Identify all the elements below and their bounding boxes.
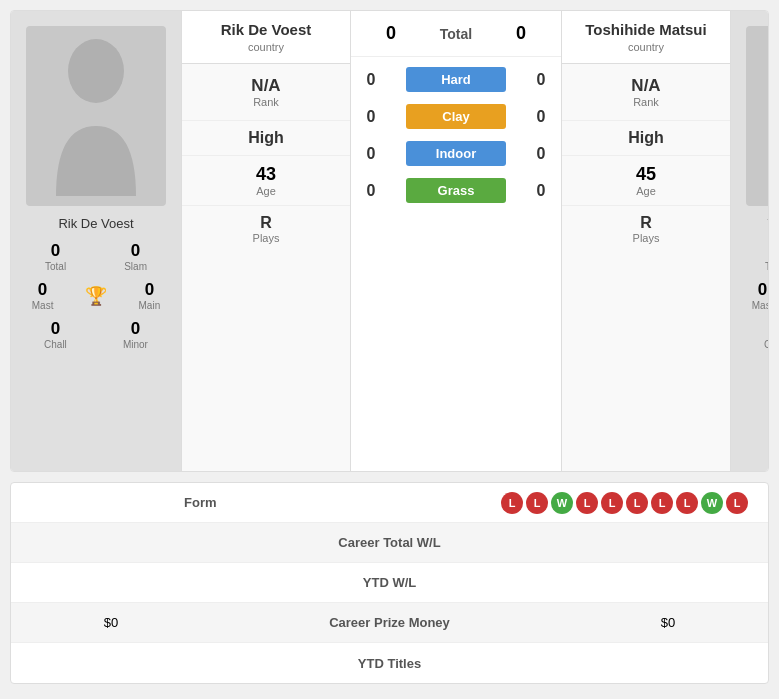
surface-row-clay: 0 Clay 0: [351, 104, 561, 129]
right-prize: $0: [568, 615, 768, 630]
left-plays-value: R: [192, 214, 340, 232]
right-chall-label: Chall: [764, 339, 769, 350]
surface-badge: Indoor: [406, 141, 506, 166]
left-player-header: Rik De Voest country: [182, 11, 350, 64]
total-label: Total: [416, 26, 496, 42]
ytd-titles-row: YTD Titles: [11, 643, 768, 683]
left-slam-val: 0: [124, 241, 147, 261]
surface-badge: Grass: [406, 178, 506, 203]
right-chall-val: 0: [764, 319, 769, 339]
form-badges-container: LLWLLLLLWL: [390, 492, 769, 514]
surface-left-score: 0: [351, 71, 391, 89]
career-total-row: Career Total W/L: [11, 523, 768, 563]
form-badge-l: L: [651, 492, 673, 514]
ytd-titles-label: YTD Titles: [11, 646, 768, 681]
left-high-value: High: [192, 129, 340, 147]
total-left-score: 0: [366, 23, 416, 44]
left-age-value: 43: [192, 164, 340, 185]
career-prize-label: Career Prize Money: [211, 605, 568, 640]
right-total-val: 2: [765, 241, 769, 261]
left-player-photo: Rik De Voest 0 Total 0 Slam 0 Mast 🏆: [11, 11, 181, 471]
left-plays-label: Plays: [192, 232, 340, 244]
bottom-section: Form LLWLLLLLWL Career Total W/L YTD W/L…: [10, 482, 769, 684]
right-total-label: Total: [765, 261, 769, 272]
left-chall-val: 0: [44, 319, 67, 339]
career-total-label: Career Total W/L: [11, 525, 768, 560]
left-plays-section: R Plays: [182, 206, 350, 252]
right-player-name-photo: Toshihide Matsui: [763, 216, 769, 231]
form-badge-l: L: [601, 492, 623, 514]
right-player-photo: Toshihide Matsui 2 Total 0 Slam 0 Mast: [731, 11, 769, 471]
right-rank-value: N/A: [572, 76, 720, 96]
left-main-val: 0: [139, 280, 161, 300]
right-mast-val: 0: [752, 280, 769, 300]
left-prize: $0: [11, 615, 211, 630]
total-right-score: 0: [496, 23, 546, 44]
right-player-stats: Toshihide Matsui country N/A Rank High 4…: [561, 11, 731, 471]
comparison-card: Rik De Voest 0 Total 0 Slam 0 Mast 🏆: [10, 10, 769, 472]
surface-row-indoor: 0 Indoor 0: [351, 141, 561, 166]
left-mast-label: Mast: [32, 300, 54, 311]
surface-row-grass: 0 Grass 0: [351, 178, 561, 203]
left-rank-value: N/A: [192, 76, 340, 96]
surface-right-score: 0: [521, 182, 561, 200]
surface-badge: Hard: [406, 67, 506, 92]
surface-badge: Clay: [406, 104, 506, 129]
surface-right-score: 0: [521, 108, 561, 126]
career-prize-row: $0 Career Prize Money $0: [11, 603, 768, 643]
left-trophy-icon: 🏆: [85, 286, 107, 306]
right-rank-label: Rank: [572, 96, 720, 108]
left-country: country: [192, 41, 340, 53]
surface-right-score: 0: [521, 71, 561, 89]
right-plays-section: R Plays: [562, 206, 730, 252]
right-high-value: High: [572, 129, 720, 147]
right-player-header: Toshihide Matsui country: [562, 11, 730, 64]
left-rank-section: N/A Rank: [182, 64, 350, 121]
left-minor-val: 0: [123, 319, 148, 339]
left-high-section: High: [182, 121, 350, 156]
form-badge-l: L: [726, 492, 748, 514]
left-total-label: Total: [45, 261, 66, 272]
right-age-value: 45: [572, 164, 720, 185]
middle-section: 0 Total 0 0 Hard 0 0 Clay 0 0 Indoor 0 0…: [351, 11, 561, 471]
form-label: Form: [11, 485, 390, 520]
ytd-wl-label: YTD W/L: [11, 565, 768, 600]
left-rank-label: Rank: [192, 96, 340, 108]
surface-left-score: 0: [351, 182, 391, 200]
form-badge-l: L: [576, 492, 598, 514]
form-row: Form LLWLLLLLWL: [11, 483, 768, 523]
right-header-name: Toshihide Matsui: [572, 21, 720, 38]
left-minor-label: Minor: [123, 339, 148, 350]
form-badge-w: W: [701, 492, 723, 514]
right-age-label: Age: [572, 185, 720, 197]
right-country: country: [572, 41, 720, 53]
right-plays-label: Plays: [572, 232, 720, 244]
left-main-label: Main: [139, 300, 161, 311]
svg-point-0: [68, 39, 124, 103]
left-player-stats: Rik De Voest country N/A Rank High 43 Ag…: [181, 11, 351, 471]
main-container: Rik De Voest 0 Total 0 Slam 0 Mast 🏆: [0, 0, 779, 694]
right-age-section: 45 Age: [562, 156, 730, 206]
form-badge-l: L: [526, 492, 548, 514]
form-badge-l: L: [501, 492, 523, 514]
left-mast-val: 0: [32, 280, 54, 300]
right-mast-label: Mast: [752, 300, 769, 311]
left-total-val: 0: [45, 241, 66, 261]
left-slam-label: Slam: [124, 261, 147, 272]
left-player-name-photo: Rik De Voest: [53, 216, 138, 231]
right-avatar: [746, 26, 769, 206]
surface-left-score: 0: [351, 145, 391, 163]
surface-rows: 0 Hard 0 0 Clay 0 0 Indoor 0 0 Grass 0: [351, 57, 561, 225]
surface-left-score: 0: [351, 108, 391, 126]
form-badge-l: L: [626, 492, 648, 514]
form-badge-l: L: [676, 492, 698, 514]
form-badge-w: W: [551, 492, 573, 514]
ytd-wl-row: YTD W/L: [11, 563, 768, 603]
left-age-section: 43 Age: [182, 156, 350, 206]
left-avatar: [26, 26, 166, 206]
left-header-name: Rik De Voest: [192, 21, 340, 38]
left-chall-label: Chall: [44, 339, 67, 350]
right-plays-value: R: [572, 214, 720, 232]
right-rank-section: N/A Rank: [562, 64, 730, 121]
left-age-label: Age: [192, 185, 340, 197]
